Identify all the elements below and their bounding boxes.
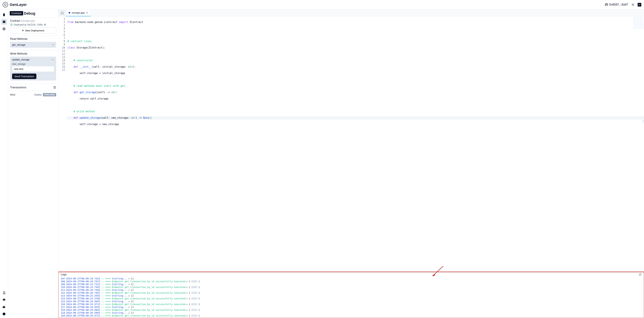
wallet-address: 0x8587...8a97 — [609, 3, 628, 7]
svg-point-6 — [10, 24, 12, 26]
log-row[interactable]: 3072024-08-27T08:08:10.732Z:: ===>Starti… — [60, 277, 642, 280]
log-row[interactable]: 3122024-08-27T08:08:20.745Z:: ===>Endpoi… — [60, 291, 642, 294]
svg-rect-1 — [605, 4, 608, 6]
deployed-row: Deployed at 0xC518...D49c — [10, 23, 56, 26]
rail-thumbs-up[interactable] — [1, 304, 7, 310]
log-row[interactable]: 3142024-08-27T08:08:25.378Z:: ===>Endpoi… — [60, 297, 642, 300]
trash-icon[interactable] — [53, 86, 56, 89]
read-method-get-storage[interactable]: get_storage — [10, 42, 56, 48]
log-row[interactable]: 3082024-08-27T08:08:10.747Z:: ===>Endpoi… — [60, 280, 642, 283]
deployed-address: 0xC518...D49c — [27, 23, 43, 26]
copy-icon[interactable] — [44, 24, 46, 26]
brand-logo[interactable]: GenLayer — [3, 2, 27, 8]
log-row[interactable]: 3092024-08-27T08:08:15.731Z:: ===>Starti… — [60, 283, 642, 285]
brand-name: GenLayer — [10, 3, 27, 7]
tx-id: #410 — [10, 93, 34, 96]
tooltip-contracts: Contracts — [10, 11, 23, 16]
log-row[interactable]: 3162024-08-27T08:08:29.971Z:: ===>Endpoi… — [60, 303, 642, 305]
transaction-row[interactable]: #410 Deploy FINALIZED — [8, 91, 58, 99]
log-row[interactable]: 3132024-08-27T08:08:25.359Z:: ===>Starti… — [60, 294, 642, 297]
tab-filename: storage.gpy — [72, 11, 85, 14]
chart-icon[interactable] — [638, 3, 641, 7]
code-area[interactable]: from backend.node.genvm.icontract import… — [67, 17, 644, 272]
sidebar-panel: Contracts Debug Contract storage.gpy Dep… — [8, 10, 58, 318]
wallet-button[interactable]: 0x8587...8a97 — [605, 3, 628, 7]
rail-github[interactable] — [1, 311, 7, 317]
tx-status-badge: FINALIZED — [43, 93, 56, 96]
write-method-update-storage: update_storage new_storage Send Transact… — [10, 57, 56, 81]
write-method-header[interactable]: update_storage — [12, 58, 54, 61]
log-row[interactable]: 3112024-08-27T08:08:20.726Z:: ===>Starti… — [60, 288, 642, 291]
transactions-header: Transactions — [8, 84, 58, 91]
log-row[interactable]: 3172024-08-27T08:08:34.955Z:: ===>Starti… — [60, 305, 642, 308]
logs-body[interactable]: 3072024-08-27T08:08:10.732Z:: ===>Starti… — [58, 277, 644, 318]
write-methods-heading: Write Methods — [8, 50, 58, 57]
rail-settings[interactable] — [1, 26, 7, 32]
logo-icon — [3, 2, 8, 8]
log-row[interactable]: 3182024-08-27T08:08:34.983Z:: ===>Endpoi… — [60, 308, 642, 311]
contract-label-row: Contract storage.gpy — [10, 19, 56, 22]
wallet-icon — [605, 3, 608, 7]
rail-files[interactable] — [1, 12, 7, 18]
log-row[interactable]: 3202024-08-27T08:08:39.971Z:: ===>Endpoi… — [60, 314, 642, 317]
home-icon — [61, 11, 64, 14]
rail-terminal[interactable] — [1, 19, 7, 25]
chevron-down-icon — [52, 44, 54, 46]
param-label: new_storage — [12, 63, 54, 65]
app-header: GenLayer 0x8587...8a97 — [0, 0, 644, 10]
read-methods-heading: Read Methods — [8, 36, 58, 42]
sidebar-title: Debug — [24, 11, 35, 16]
svg-point-4 — [4, 29, 4, 29]
rail-discord[interactable] — [1, 297, 7, 303]
theme-toggle-icon[interactable] — [631, 3, 634, 7]
right-handle[interactable] — [642, 119, 644, 123]
left-rail — [0, 10, 8, 318]
log-row[interactable]: 3102024-08-27T08:08:15.745Z:: ===>Endpoi… — [60, 285, 642, 288]
clear-logs-icon[interactable] — [639, 273, 642, 276]
check-circle-icon — [10, 23, 13, 26]
tab-home[interactable] — [58, 10, 66, 16]
logs-title: Logs — [61, 273, 66, 276]
tab-storage[interactable]: storage.gpy ✕ — [66, 10, 91, 16]
rail-docs[interactable] — [1, 290, 7, 296]
svg-point-2 — [632, 4, 634, 5]
file-dot-icon — [68, 12, 70, 14]
svg-point-5 — [2, 313, 5, 315]
svg-rect-0 — [4, 4, 6, 5]
editor-body[interactable]: 1234567891011121314151617 from backend.n… — [58, 17, 644, 272]
tx-type: Deploy — [34, 93, 42, 96]
chevron-up-icon — [52, 58, 54, 61]
line-gutter: 1234567891011121314151617 — [58, 17, 67, 272]
send-transaction-button[interactable]: Send Transaction — [12, 74, 36, 79]
close-tab-icon[interactable]: ✕ — [86, 11, 88, 14]
log-row[interactable]: 3152024-08-27T08:08:29.945Z:: ===>Starti… — [60, 300, 642, 303]
editor-column: storage.gpy ✕ 1234567891011121314151617 … — [58, 10, 644, 318]
svg-rect-3 — [3, 21, 5, 23]
param-input-new-storage[interactable] — [12, 66, 54, 72]
minimap[interactable] — [633, 17, 643, 29]
logs-panel: Logs 3072024-08-27T08:08:10.732Z:: ===>S… — [58, 272, 644, 318]
tabs-bar: storage.gpy ✕ — [58, 10, 644, 17]
log-row[interactable]: 3192024-08-27T08:08:39.940Z:: ===>Starti… — [60, 311, 642, 314]
new-deployment-button[interactable]: + New Deployment — [10, 27, 56, 34]
